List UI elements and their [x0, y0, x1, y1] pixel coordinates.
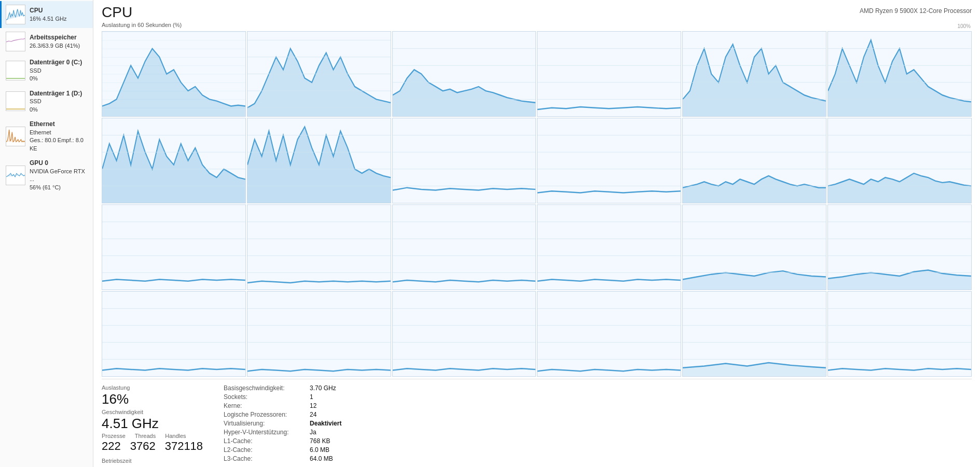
main-title: CPU — [102, 4, 132, 21]
graph-cell-4-2 — [247, 291, 391, 377]
graph-cell-1-5 — [682, 31, 826, 117]
spec-row-7: L2-Cache:6.0 MB — [224, 446, 341, 454]
sidebar-thumb-disk1 — [6, 91, 25, 111]
sidebar-thumb-eth — [6, 127, 25, 146]
spec-key-8: L3-Cache: — [224, 455, 307, 462]
sidebar-item-ram[interactable]: Arbeitsspeicher 26.3/63.9 GB (41%) — [0, 28, 93, 55]
main-content: CPU AMD Ryzen 9 5900X 12-Core Processor … — [93, 0, 980, 467]
sidebar-label-disk1: Datenträger 1 (D:) SSD 0% — [30, 89, 82, 114]
spec-key-7: L2-Cache: — [224, 446, 307, 454]
sidebar-label-ethernet: Ethernet Ethernet Ges.: 80.0 Empf.: 8.0 … — [30, 120, 89, 153]
sidebar-item-gpu[interactable]: GPU 0 NVIDIA GeForce RTX ... 56% (61 °C) — [0, 156, 93, 195]
spec-key-5: Hyper-V-Unterstützung: — [224, 429, 307, 436]
graph-cell-1-6 — [827, 31, 972, 117]
svg-rect-67 — [102, 205, 245, 290]
spec-key-3: Logische Prozessoren: — [224, 411, 307, 418]
spec-row-5: Hyper-V-Unterstützung:Ja — [224, 429, 341, 436]
auslastung-label: Auslastung — [102, 384, 203, 391]
graph-row-2 — [102, 118, 972, 203]
sidebar-label-gpu: GPU 0 NVIDIA GeForce RTX ... 56% (61 °C) — [30, 159, 89, 191]
graph-cell-3-5 — [682, 204, 826, 290]
graph-cell-3-1 — [102, 204, 246, 290]
graph-cell-4-6 — [827, 291, 972, 377]
stats-section: Auslastung 16% Geschwindigkeit 4.51 GHz … — [102, 379, 972, 467]
svg-rect-77 — [393, 205, 536, 290]
spec-row-2: Kerne:12 — [224, 402, 341, 409]
spec-val-8: 64.0 MB — [310, 455, 333, 462]
graph-cell-2-6 — [827, 118, 972, 203]
spec-row-3: Logische Prozessoren:24 — [224, 411, 341, 418]
graph-cell-3-6 — [827, 204, 972, 290]
spec-key-4: Virtualisierung: — [224, 420, 307, 427]
sidebar-label-cpu: CPU 16% 4.51 GHz — [30, 6, 67, 23]
handles-stat: Handles — [165, 433, 186, 439]
sidebar-item-cpu[interactable]: CPU 16% 4.51 GHz — [0, 1, 93, 28]
spec-row-8: L3-Cache:64.0 MB — [224, 455, 341, 462]
spec-val-7: 6.0 MB — [310, 446, 329, 454]
betriebszeit-value: 4:07:53:02 — [102, 465, 203, 467]
spec-val-4: Deaktiviert — [310, 420, 341, 427]
spec-row-1: Sockets:1 — [224, 393, 341, 401]
graph-cell-4-4 — [537, 291, 681, 377]
sidebar-label-disk0: Datenträger 0 (C:) SSD 0% — [30, 58, 82, 83]
svg-rect-16 — [537, 32, 681, 116]
sidebar-thumb-cpu — [6, 5, 25, 24]
graph-cell-2-2 — [247, 118, 391, 203]
spec-row-0: Basisgeschwindigkeit:3.70 GHz — [224, 384, 341, 392]
spec-row-4: Virtualisierung:Deaktiviert — [224, 420, 341, 427]
sidebar-thumb-ram — [6, 32, 25, 51]
spec-key-2: Kerne: — [224, 402, 307, 409]
handles-value-container: 372118 — [165, 440, 203, 452]
spec-key-6: L1-Cache: — [224, 437, 307, 445]
graph-cell-1-4 — [537, 31, 681, 117]
graph-cell-1-1 — [102, 31, 246, 117]
graph-area — [102, 31, 972, 377]
sidebar-item-disk0[interactable]: Datenträger 0 (C:) SSD 0% — [0, 55, 93, 86]
graph-cell-3-3 — [392, 204, 536, 290]
spec-val-1: 1 — [310, 393, 313, 401]
spec-val-3: 24 — [310, 411, 316, 418]
graph-cell-2-4 — [537, 118, 681, 203]
svg-rect-99 — [102, 292, 245, 376]
prozesse-value-container: 222 — [102, 440, 121, 452]
geschwindigkeit-value: 4.51 GHz — [102, 416, 203, 431]
graph-cell-1-3 — [392, 31, 536, 117]
handles-value: 372118 — [165, 440, 203, 452]
graph-cell-4-3 — [392, 291, 536, 377]
prozesse-stat: Prozesse — [102, 433, 126, 439]
prozesse-value: 222 — [102, 440, 121, 452]
percent-max-label: 100% — [957, 23, 971, 29]
svg-rect-114 — [537, 292, 681, 376]
graph-cell-4-1 — [102, 291, 246, 377]
sidebar-label-ram: Arbeitsspeicher 26.3/63.9 GB (41%) — [30, 33, 80, 50]
stats-col-1: Auslastung 16% Geschwindigkeit 4.51 GHz … — [102, 384, 203, 463]
svg-rect-125 — [828, 292, 971, 376]
svg-rect-72 — [247, 205, 391, 290]
betriebszeit-label: Betriebszeit — [102, 458, 203, 464]
processor-name: AMD Ryzen 9 5900X 12-Core Processor — [860, 7, 972, 15]
graph-cell-2-1 — [102, 118, 246, 203]
graph-cell-2-5 — [682, 118, 826, 203]
spec-row-6: L1-Cache:768 KB — [224, 437, 341, 445]
threads-value-container: 3762 — [130, 440, 156, 452]
svg-rect-104 — [247, 292, 391, 376]
threads-value: 3762 — [130, 440, 156, 452]
threads-stat: Threads — [135, 433, 156, 439]
sidebar-item-ethernet[interactable]: Ethernet Ethernet Ges.: 80.0 Empf.: 8.0 … — [0, 117, 93, 156]
geschwindigkeit-label: Geschwindigkeit — [102, 409, 203, 415]
main-header: CPU AMD Ryzen 9 5900X 12-Core Processor — [102, 4, 972, 21]
auslastung-value: 16% — [102, 392, 203, 407]
sidebar-item-disk1[interactable]: Datenträger 1 (D:) SSD 0% — [0, 86, 93, 117]
spec-val-2: 12 — [310, 402, 316, 409]
svg-rect-119 — [683, 292, 826, 376]
spec-val-0: 3.70 GHz — [310, 384, 336, 392]
spec-key-1: Sockets: — [224, 393, 307, 401]
graph-cell-4-5 — [682, 291, 826, 377]
graph-cell-3-4 — [537, 204, 681, 290]
graph-row-3 — [102, 204, 972, 290]
spec-val-6: 768 KB — [310, 437, 330, 445]
spec-key-0: Basisgeschwindigkeit: — [224, 384, 307, 392]
sidebar-thumb-gpu — [6, 166, 25, 185]
graph-cell-3-2 — [247, 204, 391, 290]
sidebar-thumb-disk0 — [6, 61, 25, 80]
